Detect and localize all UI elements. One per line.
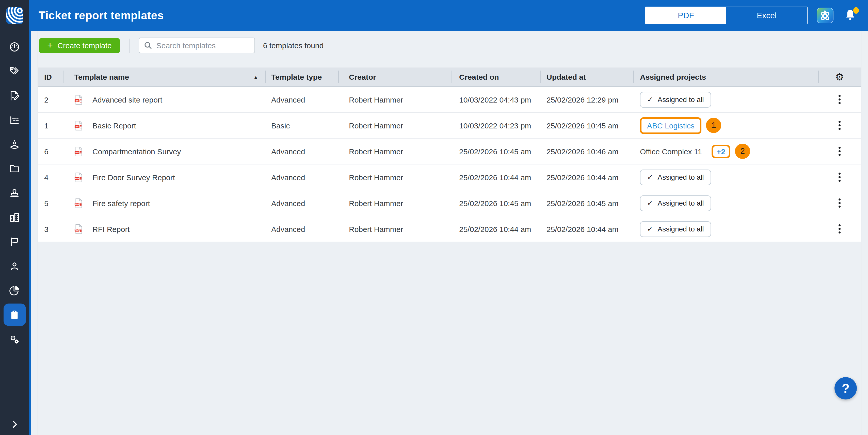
flag-icon: [9, 236, 20, 247]
notification-badge: [853, 7, 859, 13]
sidebar-item-stamps[interactable]: [3, 181, 26, 205]
document-sign-icon: [9, 90, 20, 101]
toolbar: + Create template 6 templates found: [38, 38, 861, 53]
more-projects-badge[interactable]: +2: [717, 147, 725, 156]
assigned-to-all-chip[interactable]: ✓Assigned to all: [640, 169, 711, 185]
column-settings-button[interactable]: ⚙: [835, 72, 844, 82]
results-count: 6 templates found: [263, 41, 324, 50]
check-icon: ✓: [647, 173, 653, 181]
cell-id: 5: [38, 199, 63, 207]
main-content: + Create template 6 templates found ID: [31, 31, 868, 435]
column-header-id[interactable]: ID: [38, 68, 63, 86]
sidebar-item-tags[interactable]: [3, 59, 26, 83]
sidebar-item-settings[interactable]: [3, 327, 26, 351]
column-header-template-name[interactable]: Template name ▲: [63, 68, 265, 86]
cell-template-name: PDF Fire Door Survey Report: [63, 172, 265, 182]
svg-text:PDF: PDF: [75, 125, 79, 128]
sidebar-item-companies[interactable]: [3, 205, 26, 229]
cell-template-name: PDF Basic Report: [63, 120, 265, 131]
sidebar-item-analytics[interactable]: [3, 278, 26, 303]
search-box: [138, 38, 255, 53]
pdf-toggle-button[interactable]: PDF: [646, 7, 726, 24]
cell-creator: Robert Hammer: [338, 199, 452, 207]
help-button[interactable]: ?: [835, 377, 857, 399]
table-header-row: ID Template name ▲ Template type Creator…: [38, 68, 861, 87]
row-menu-button[interactable]: [837, 119, 843, 132]
app-window: Ticket report templates PDF Excel: [0, 0, 868, 435]
sidebar-item-flags[interactable]: [3, 229, 26, 254]
assigned-project-link[interactable]: ABC Logistics: [647, 121, 694, 130]
top-header-bar: Ticket report templates PDF Excel: [31, 0, 868, 31]
cell-assigned-projects: ✓Assigned to all: [633, 92, 818, 107]
cell-template-type: Advanced: [265, 147, 338, 156]
cell-created-on: 25/02/2026 10:44 am: [452, 225, 540, 233]
check-icon: ✓: [647, 199, 653, 207]
gears-icon: [9, 333, 20, 345]
excel-toggle-button[interactable]: Excel: [726, 7, 807, 24]
annotation-highlight-box: +2: [712, 144, 731, 158]
sidebar-item-ticket-report-templates[interactable]: [3, 304, 26, 326]
tags-icon: [9, 65, 20, 77]
pdf-file-icon: PDF: [74, 120, 83, 131]
column-header-updated-at[interactable]: Updated at: [540, 68, 633, 86]
notifications-button[interactable]: [844, 8, 857, 23]
assigned-to-all-chip[interactable]: ✓Assigned to all: [640, 195, 711, 211]
table-row[interactable]: 4 PDF Fire Door Survey Report Advanced R…: [38, 164, 861, 190]
cell-id: 1: [38, 121, 63, 130]
pie-chart-icon: [9, 285, 20, 296]
column-header-assigned-projects[interactable]: Assigned projects: [633, 68, 818, 86]
check-icon: ✓: [647, 95, 653, 104]
toolbar-divider: [129, 38, 129, 53]
templates-table: ID Template name ▲ Template type Creator…: [38, 68, 861, 242]
app-logo[interactable]: [6, 7, 23, 24]
cell-creator: Robert Hammer: [338, 95, 452, 104]
pdf-file-icon: PDF: [74, 224, 83, 234]
search-input[interactable]: [138, 38, 255, 53]
svg-text:PDF: PDF: [75, 151, 79, 154]
table-row[interactable]: 1 PDF Basic Report Basic Robert Hammer 1…: [38, 113, 861, 139]
row-menu-button[interactable]: [837, 171, 843, 184]
assigned-to-all-chip[interactable]: ✓Assigned to all: [640, 221, 711, 237]
cell-updated-at: 25/02/2026 10:45 am: [540, 199, 633, 207]
plus-icon: +: [47, 40, 53, 50]
svg-text:PDF: PDF: [75, 229, 79, 231]
column-header-creator[interactable]: Creator: [338, 68, 452, 86]
assigned-to-all-chip[interactable]: ✓Assigned to all: [640, 92, 711, 107]
assigned-project-name: Office Complex 11: [640, 147, 702, 156]
cell-template-name: PDF Fire safety report: [63, 198, 265, 208]
column-header-template-type[interactable]: Template type: [265, 68, 338, 86]
export-format-toggle: PDF Excel: [645, 7, 808, 24]
clipboard-icon: [9, 309, 20, 321]
cell-id: 2: [38, 95, 63, 104]
table-row[interactable]: 6 PDF Compartmentation Survey Advanced R…: [38, 139, 861, 164]
row-menu-button[interactable]: [837, 196, 843, 210]
row-menu-button[interactable]: [837, 222, 843, 236]
sidebar-item-users[interactable]: [3, 254, 26, 278]
folder-icon: [9, 163, 20, 174]
row-menu-button[interactable]: [837, 145, 843, 158]
cell-template-name: PDF Advanced site report: [63, 94, 265, 105]
column-header-created-on[interactable]: Created on: [452, 68, 540, 86]
sidebar-item-dashboard[interactable]: [3, 35, 26, 59]
row-menu-button[interactable]: [837, 93, 843, 106]
cell-template-type: Basic: [265, 121, 338, 130]
app-switcher-button[interactable]: [817, 8, 834, 23]
annotation-highlight-box: ABC Logistics: [640, 117, 702, 134]
table-row[interactable]: 3 PDF RFI Report Advanced Robert Hammer …: [38, 216, 861, 242]
table-row[interactable]: 5 PDF Fire safety report Advanced Robert…: [38, 190, 861, 216]
sidebar-item-documents[interactable]: [3, 156, 26, 181]
check-icon: ✓: [647, 225, 653, 233]
create-template-button[interactable]: + Create template: [39, 38, 120, 53]
templates-panel: + Create template 6 templates found ID: [38, 31, 861, 435]
cell-created-on: 10/03/2022 04:23 pm: [452, 121, 540, 130]
pdf-file-icon: PDF: [74, 172, 83, 182]
sidebar-item-reports[interactable]: [3, 108, 26, 132]
arc-shell-logo-icon: [6, 7, 23, 24]
cell-updated-at: 25/02/2026 10:46 am: [540, 147, 633, 156]
sidebar-item-site-contacts[interactable]: [3, 132, 26, 156]
sidebar-expand-button[interactable]: [0, 419, 29, 430]
cell-template-name: PDF Compartmentation Survey: [63, 146, 265, 157]
cell-created-on: 25/02/2026 10:44 am: [452, 173, 540, 181]
sidebar-item-forms[interactable]: [3, 83, 26, 108]
table-row[interactable]: 2 PDF Advanced site report Advanced Robe…: [38, 87, 861, 113]
